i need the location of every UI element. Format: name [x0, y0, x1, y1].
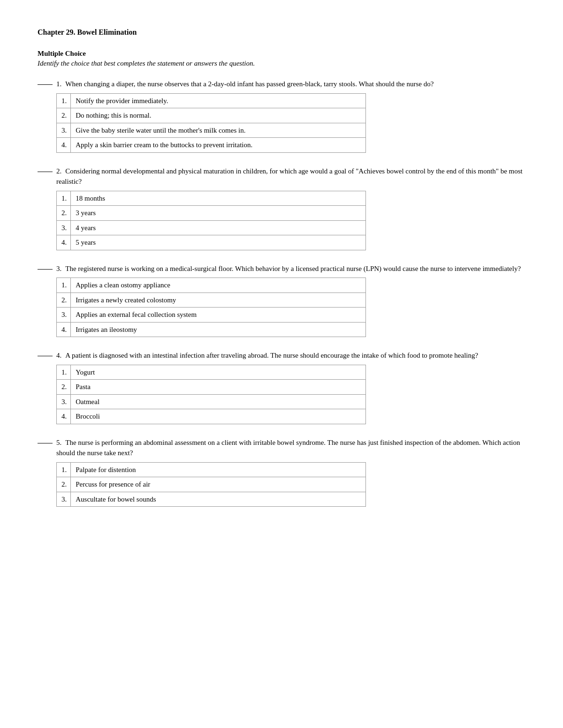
question-content-3: 3.The registered nurse is working on a m…	[56, 263, 525, 338]
option-num-5-3: 3.	[57, 492, 71, 507]
option-row-5-2[interactable]: 2.Percuss for presence of air	[57, 477, 366, 492]
option-text-1-2: Do nothing; this is normal.	[71, 108, 366, 123]
option-num-1-2: 2.	[57, 108, 71, 123]
option-num-3-3: 3.	[57, 308, 71, 323]
option-row-1-2[interactable]: 2.Do nothing; this is normal.	[57, 108, 366, 123]
question-block-3: 3.The registered nurse is working on a m…	[38, 263, 525, 338]
option-text-2-3: 4 years	[71, 220, 366, 235]
option-row-5-1[interactable]: 1.Palpate for distention	[57, 462, 366, 477]
option-row-3-1[interactable]: 1.Applies a clean ostomy appliance	[57, 278, 366, 293]
option-num-5-1: 1.	[57, 462, 71, 477]
question-number-4: 4.	[56, 352, 61, 359]
question-content-5: 5.The nurse is performing an abdominal a…	[56, 437, 525, 507]
question-block-2: 2.Considering normal developmental and p…	[38, 166, 525, 250]
answer-blank-4[interactable]	[38, 350, 56, 356]
options-table-1: 1.Notify the provider immediately.2.Do n…	[56, 93, 366, 153]
option-row-2-4[interactable]: 4.5 years	[57, 235, 366, 250]
options-table-5: 1.Palpate for distention2.Percuss for pr…	[56, 462, 366, 507]
question-text-content-2: Considering normal developmental and phy…	[56, 167, 523, 186]
option-num-1-4: 4.	[57, 138, 71, 153]
question-number-2: 2.	[56, 167, 61, 175]
option-text-3-4: Irrigates an ileostomy	[71, 322, 366, 337]
option-num-1-3: 3.	[57, 123, 71, 138]
options-table-4: 1.Yogurt2.Pasta3.Oatmeal4.Broccoli	[56, 365, 366, 424]
option-row-4-3[interactable]: 3.Oatmeal	[57, 394, 366, 409]
option-num-2-3: 3.	[57, 220, 71, 235]
chapter-title: Chapter 29. Bowel Elimination	[38, 28, 525, 37]
option-num-3-2: 2.	[57, 293, 71, 308]
question-block-5: 5.The nurse is performing an abdominal a…	[38, 437, 525, 507]
question-text-content-4: A patient is diagnosed with an intestina…	[65, 352, 478, 359]
option-text-4-2: Pasta	[71, 380, 366, 395]
option-text-2-1: 18 months	[71, 191, 366, 206]
option-row-1-3[interactable]: 3.Give the baby sterile water until the …	[57, 123, 366, 138]
option-text-4-3: Oatmeal	[71, 394, 366, 409]
option-text-5-1: Palpate for distention	[71, 462, 366, 477]
answer-blank-3[interactable]	[38, 263, 56, 270]
option-row-4-4[interactable]: 4.Broccoli	[57, 409, 366, 424]
question-text-3: 3.The registered nurse is working on a m…	[56, 263, 525, 274]
option-num-2-4: 4.	[57, 235, 71, 250]
question-text-4: 4.A patient is diagnosed with an intesti…	[56, 350, 525, 361]
option-text-1-3: Give the baby sterile water until the mo…	[71, 123, 366, 138]
option-text-1-1: Notify the provider immediately.	[71, 93, 366, 108]
option-num-4-3: 3.	[57, 394, 71, 409]
option-num-5-2: 2.	[57, 477, 71, 492]
option-num-4-2: 2.	[57, 380, 71, 395]
answer-blank-5[interactable]	[38, 437, 56, 443]
question-block-4: 4.A patient is diagnosed with an intesti…	[38, 350, 525, 424]
question-content-4: 4.A patient is diagnosed with an intesti…	[56, 350, 525, 424]
option-row-3-3[interactable]: 3.Applies an external fecal collection s…	[57, 308, 366, 323]
question-text-content-3: The registered nurse is working on a med…	[65, 265, 521, 272]
question-number-5: 5.	[56, 439, 61, 446]
option-row-4-1[interactable]: 1.Yogurt	[57, 365, 366, 380]
option-row-2-1[interactable]: 1.18 months	[57, 191, 366, 206]
section-subtitle: Identify the choice that best completes …	[38, 60, 525, 68]
option-row-3-4[interactable]: 4.Irrigates an ileostomy	[57, 322, 366, 337]
option-text-3-1: Applies a clean ostomy appliance	[71, 278, 366, 293]
answer-blank-1[interactable]	[38, 79, 56, 85]
option-num-3-4: 4.	[57, 322, 71, 337]
option-text-5-2: Percuss for presence of air	[71, 477, 366, 492]
option-text-1-4: Apply a skin barrier cream to the buttoc…	[71, 138, 366, 153]
option-row-5-3[interactable]: 3.Auscultate for bowel sounds	[57, 492, 366, 507]
option-num-2-1: 1.	[57, 191, 71, 206]
options-table-2: 1.18 months2.3 years3.4 years4.5 years	[56, 191, 366, 250]
option-text-4-4: Broccoli	[71, 409, 366, 424]
question-content-2: 2.Considering normal developmental and p…	[56, 166, 525, 250]
question-number-3: 3.	[56, 265, 61, 272]
option-text-2-4: 5 years	[71, 235, 366, 250]
question-number-1: 1.	[56, 80, 61, 88]
option-text-3-3: Applies an external fecal collection sys…	[71, 308, 366, 323]
option-text-2-2: 3 years	[71, 206, 366, 221]
option-row-2-2[interactable]: 2.3 years	[57, 206, 366, 221]
option-row-1-1[interactable]: 1.Notify the provider immediately.	[57, 93, 366, 108]
option-row-4-2[interactable]: 2.Pasta	[57, 380, 366, 395]
option-row-2-3[interactable]: 3.4 years	[57, 220, 366, 235]
questions-container: 1.When changing a diaper, the nurse obse…	[38, 79, 525, 507]
option-num-4-1: 1.	[57, 365, 71, 380]
option-num-2-2: 2.	[57, 206, 71, 221]
option-text-4-1: Yogurt	[71, 365, 366, 380]
options-table-3: 1.Applies a clean ostomy appliance2.Irri…	[56, 278, 366, 337]
option-num-1-1: 1.	[57, 93, 71, 108]
option-text-3-2: Irrigates a newly created colostomy	[71, 293, 366, 308]
answer-blank-2[interactable]	[38, 166, 56, 172]
option-num-4-4: 4.	[57, 409, 71, 424]
question-text-content-1: When changing a diaper, the nurse observ…	[65, 80, 434, 88]
option-text-5-3: Auscultate for bowel sounds	[71, 492, 366, 507]
question-text-content-5: The nurse is performing an abdominal ass…	[56, 439, 520, 457]
question-content-1: 1.When changing a diaper, the nurse obse…	[56, 79, 525, 153]
question-text-5: 5.The nurse is performing an abdominal a…	[56, 437, 525, 458]
option-row-1-4[interactable]: 4.Apply a skin barrier cream to the butt…	[57, 138, 366, 153]
option-num-3-1: 1.	[57, 278, 71, 293]
question-text-1: 1.When changing a diaper, the nurse obse…	[56, 79, 525, 90]
question-block-1: 1.When changing a diaper, the nurse obse…	[38, 79, 525, 153]
section-title: Multiple Choice	[38, 50, 525, 58]
option-row-3-2[interactable]: 2.Irrigates a newly created colostomy	[57, 293, 366, 308]
question-text-2: 2.Considering normal developmental and p…	[56, 166, 525, 187]
